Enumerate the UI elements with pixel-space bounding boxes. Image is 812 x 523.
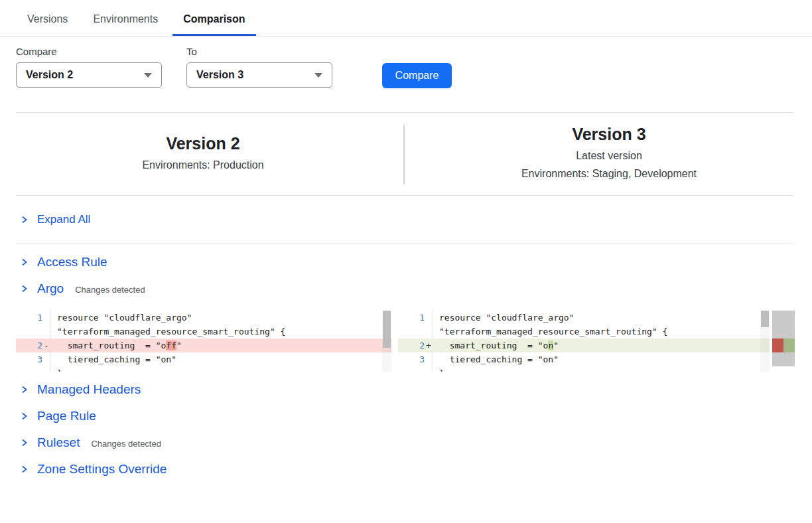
code-text: smart_routing = "off" (50, 338, 391, 352)
scrollbar-thumb[interactable] (761, 311, 769, 327)
chevron-right-icon (20, 215, 29, 224)
diff-sign: + (425, 338, 433, 352)
section-title: Page Rule (37, 409, 96, 423)
changes-detected-badge: Changes detected (91, 437, 161, 449)
code-line: 3 tiered_caching = "on" (398, 352, 770, 366)
code-line: } (398, 366, 770, 372)
code-text: tiered_caching = "on" (50, 352, 391, 366)
scrollbar-thumb[interactable] (383, 311, 391, 348)
section-access-rule[interactable]: Access Rule (0, 255, 812, 269)
section-title: Access Rule (37, 255, 107, 269)
section-managed-headers[interactable]: Managed Headers (0, 382, 812, 397)
compare-button[interactable]: Compare (382, 63, 452, 88)
tab-comparison[interactable]: Comparison (172, 9, 255, 36)
code-text: resource "cloudflare_argo" (50, 311, 391, 325)
chevron-down-icon (314, 73, 322, 78)
section-title: Argo (37, 281, 64, 296)
code-text: tiered_caching = "on" (433, 352, 770, 366)
expand-all-button[interactable]: Expand All (0, 196, 812, 244)
removed-word-highlight: ff (166, 340, 176, 350)
version-headers: Version 2 Environments: Production Versi… (0, 113, 812, 195)
compare-version-dropdown[interactable]: Version 2 (16, 62, 162, 88)
code-line-added: 2+ smart_routing = "on" (398, 338, 770, 352)
diff-overview-ruler[interactable] (772, 311, 795, 366)
chevron-down-icon (144, 73, 152, 78)
section-zone-settings-override[interactable]: Zone Settings Override (0, 462, 812, 477)
diff-sign: - (42, 338, 50, 352)
code-text: } (433, 366, 770, 372)
scrollbar[interactable] (760, 311, 770, 372)
code-text: "terraform_managed_resource_smart_routin… (433, 325, 770, 338)
chevron-right-icon (20, 411, 29, 421)
scrollbar[interactable] (382, 311, 391, 372)
divider (16, 244, 793, 244)
line-number: 3 (398, 352, 425, 366)
version-right-latest: Latest version (406, 150, 812, 162)
compare-version-value: Version 2 (26, 69, 73, 81)
chevron-right-icon (20, 465, 29, 474)
code-line: "terraform_managed_resource_smart_routin… (398, 325, 770, 338)
version-right-title: Version 3 (406, 125, 812, 144)
ruler-removed-marker (772, 338, 783, 352)
section-title: Managed Headers (37, 382, 141, 397)
code-line-removed: 2- smart_routing = "off" (16, 338, 391, 352)
version-right-environments: Environments: Staging, Development (406, 168, 812, 180)
to-version-dropdown[interactable]: Version 3 (186, 62, 332, 88)
line-number: 3 (16, 352, 42, 366)
tab-environments[interactable]: Environments (82, 9, 169, 36)
to-label: To (186, 46, 357, 57)
code-text: smart_routing = "on" (433, 338, 770, 352)
code-line: 1 resource "cloudflare_argo" (398, 311, 770, 325)
code-text: } (50, 366, 391, 372)
changes-detected-badge: Changes detected (75, 283, 145, 295)
chevron-right-icon (20, 284, 29, 293)
chevron-right-icon (20, 438, 29, 447)
argo-diff: 1 resource "cloudflare_argo" "terraform_… (16, 311, 812, 372)
section-title: Zone Settings Override (37, 462, 167, 477)
code-line: "terraform_managed_resource_smart_routin… (16, 325, 391, 338)
tab-bar: Versions Environments Comparison (0, 0, 812, 37)
line-number: 2 (398, 338, 425, 352)
code-line: 3 tiered_caching = "on" (16, 352, 391, 366)
compare-field-group: Compare Version 2 (16, 46, 186, 88)
code-line: } (16, 366, 391, 372)
diff-right-panel: 1 resource "cloudflare_argo" "terraform_… (398, 311, 770, 372)
to-version-value: Version 3 (196, 69, 243, 81)
line-number: 2 (16, 338, 42, 352)
section-title: Ruleset (37, 435, 80, 450)
ruler-added-marker (783, 338, 795, 352)
diff-left-panel: 1 resource "cloudflare_argo" "terraform_… (16, 311, 391, 372)
version-right-header: Version 3 Latest version Environments: S… (406, 113, 812, 195)
tab-versions[interactable]: Versions (17, 9, 78, 36)
section-page-rule[interactable]: Page Rule (0, 409, 812, 423)
compare-form: Compare Version 2 To Version 3 Compare (0, 37, 812, 88)
chevron-right-icon (20, 385, 29, 394)
code-text: resource "cloudflare_argo" (433, 311, 770, 325)
version-left-title: Version 2 (0, 134, 406, 153)
version-left-header: Version 2 Environments: Production (0, 113, 406, 195)
line-number: 1 (398, 311, 425, 325)
chevron-right-icon (20, 258, 29, 267)
vertical-divider (403, 125, 405, 185)
line-number: 1 (16, 311, 42, 325)
compare-label: Compare (16, 46, 186, 57)
version-left-environments: Environments: Production (0, 159, 406, 171)
section-argo[interactable]: Argo Changes detected (0, 281, 812, 296)
code-text: "terraform_managed_resource_smart_routin… (50, 325, 391, 338)
compare-button-wrap: Compare (382, 46, 452, 88)
expand-all-label: Expand All (37, 213, 90, 226)
section-ruleset[interactable]: Ruleset Changes detected (0, 435, 812, 450)
to-field-group: To Version 3 (186, 46, 357, 88)
code-line: 1 resource "cloudflare_argo" (16, 311, 391, 325)
